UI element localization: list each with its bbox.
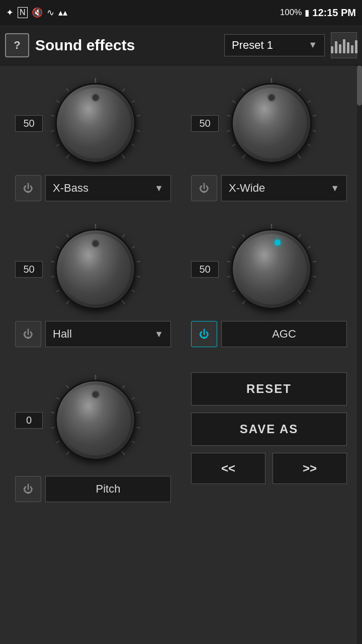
xwide-effect-dropdown[interactable]: X-Wide ▼ bbox=[221, 175, 347, 201]
svg-line-41 bbox=[227, 276, 230, 277]
svg-line-25 bbox=[297, 154, 300, 158]
pitch-effect-label-display: Pitch bbox=[45, 476, 171, 502]
reset-button[interactable]: RESET bbox=[191, 372, 347, 406]
xwide-control-row: ⏻ X-Wide ▼ bbox=[191, 175, 347, 201]
main-content: 50 bbox=[0, 65, 362, 644]
hall-effect-dropdown[interactable]: Hall ▼ bbox=[45, 321, 171, 347]
pitch-value: 0 bbox=[15, 412, 43, 429]
agc-effect-label: AGC bbox=[272, 328, 296, 341]
svg-line-8 bbox=[132, 101, 135, 103]
next-button[interactable]: >> bbox=[273, 453, 347, 484]
svg-line-57 bbox=[66, 385, 68, 388]
svg-line-18 bbox=[242, 89, 244, 91]
svg-line-60 bbox=[132, 397, 135, 399]
svg-line-42 bbox=[227, 261, 230, 262]
svg-line-40 bbox=[232, 290, 235, 292]
top-knob-row: 50 bbox=[15, 75, 347, 201]
eq-bar-4 bbox=[343, 39, 345, 53]
scrollbar-thumb[interactable] bbox=[357, 65, 362, 106]
xwide-dropdown-arrow: ▼ bbox=[330, 183, 339, 194]
pitch-knob[interactable] bbox=[55, 380, 136, 460]
agc-knob-container bbox=[224, 221, 319, 317]
hall-dropdown-arrow: ▼ bbox=[154, 329, 163, 340]
xbass-power-icon: ⏻ bbox=[23, 183, 33, 194]
hall-knob-wrapper: 50 bbox=[15, 221, 143, 317]
prev-button[interactable]: << bbox=[191, 453, 265, 484]
svg-line-55 bbox=[51, 412, 54, 413]
svg-line-17 bbox=[232, 101, 235, 103]
svg-line-56 bbox=[56, 397, 59, 399]
svg-line-22 bbox=[313, 115, 316, 116]
hall-control-row: ⏻ Hall ▼ bbox=[15, 321, 171, 347]
help-label: ? bbox=[14, 39, 20, 52]
bottom-section: 0 bbox=[15, 372, 347, 502]
eq-bar-5 bbox=[347, 42, 349, 53]
hall-value: 50 bbox=[15, 261, 43, 278]
svg-line-30 bbox=[56, 247, 59, 249]
wifi-icon: ∿ bbox=[47, 7, 54, 18]
xwide-knob[interactable] bbox=[231, 83, 312, 164]
gap-2 bbox=[15, 352, 347, 367]
xbass-knob[interactable] bbox=[55, 83, 136, 164]
svg-line-53 bbox=[56, 441, 59, 443]
svg-line-13 bbox=[242, 154, 245, 158]
svg-line-27 bbox=[56, 290, 59, 292]
xbass-knob-wrapper: 50 bbox=[15, 75, 143, 171]
xwide-power-button[interactable]: ⏻ bbox=[191, 175, 217, 201]
xwide-power-icon: ⏻ bbox=[199, 183, 209, 194]
xbass-value: 50 bbox=[15, 115, 43, 132]
xbass-effect-dropdown[interactable]: X-Bass ▼ bbox=[45, 175, 171, 201]
xbass-section: 50 bbox=[15, 75, 171, 201]
svg-line-38 bbox=[121, 300, 124, 304]
agc-section: 50 bbox=[191, 221, 347, 347]
hall-power-button[interactable]: ⏻ bbox=[15, 321, 41, 347]
pitch-power-icon: ⏻ bbox=[23, 484, 33, 495]
xbass-power-button[interactable]: ⏻ bbox=[15, 175, 41, 201]
svg-line-3 bbox=[51, 115, 54, 116]
svg-line-39 bbox=[242, 300, 245, 304]
mute-icon: 🔇 bbox=[32, 7, 43, 18]
hall-knob[interactable] bbox=[55, 229, 136, 309]
svg-line-52 bbox=[66, 451, 69, 455]
xbass-knob-container bbox=[48, 75, 143, 171]
svg-line-43 bbox=[232, 247, 235, 249]
svg-line-46 bbox=[298, 234, 300, 237]
nfc-icon: N bbox=[18, 7, 28, 18]
svg-line-64 bbox=[121, 451, 124, 455]
preset-dropdown[interactable]: Preset 1 ▼ bbox=[224, 34, 325, 56]
svg-line-15 bbox=[227, 130, 230, 131]
agc-power-button[interactable]: ⏻ bbox=[191, 321, 217, 347]
signal-icon: ▴▴ bbox=[58, 7, 67, 18]
hall-knob-container bbox=[48, 221, 143, 317]
hall-section: 50 bbox=[15, 221, 171, 347]
agc-knob[interactable] bbox=[231, 229, 312, 309]
svg-line-34 bbox=[132, 247, 135, 249]
xbass-knob-dot bbox=[93, 95, 99, 101]
svg-line-63 bbox=[132, 441, 135, 443]
svg-line-50 bbox=[308, 290, 311, 292]
eq-bars-icon bbox=[331, 37, 357, 53]
gap-1 bbox=[15, 206, 347, 221]
svg-line-59 bbox=[122, 385, 124, 388]
xwide-effect-label: X-Wide bbox=[229, 182, 265, 195]
svg-line-23 bbox=[313, 130, 316, 131]
scrollbar[interactable] bbox=[357, 65, 362, 644]
status-right-info: 100% ▮ 12:15 PM bbox=[280, 7, 356, 19]
save-as-button[interactable]: SAVE AS bbox=[191, 413, 347, 446]
xwide-knob-wrapper: 50 bbox=[191, 75, 319, 171]
xbass-dropdown-arrow: ▼ bbox=[154, 183, 163, 194]
eq-bar-2 bbox=[335, 41, 337, 53]
eq-visualizer-button[interactable] bbox=[331, 32, 357, 58]
hall-effect-label: Hall bbox=[53, 328, 72, 341]
pitch-effect-label: Pitch bbox=[96, 482, 121, 496]
pitch-knob-container bbox=[48, 372, 143, 468]
help-button[interactable]: ? bbox=[5, 33, 29, 57]
svg-line-4 bbox=[56, 101, 59, 103]
pitch-section: 0 bbox=[15, 372, 171, 502]
eq-bar-7 bbox=[355, 40, 357, 53]
pitch-power-button[interactable]: ⏻ bbox=[15, 476, 41, 502]
svg-line-48 bbox=[313, 261, 316, 262]
agc-knob-dot bbox=[275, 239, 281, 246]
svg-line-14 bbox=[232, 144, 235, 146]
eq-bar-6 bbox=[351, 45, 353, 53]
